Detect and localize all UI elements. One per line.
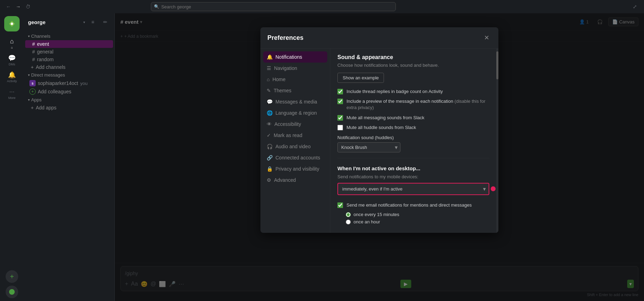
dm-item-sophia[interactable]: s sophiaparker14oct you [24,79,114,87]
pref-label-themes: Themes [274,88,292,93]
radio-15-min[interactable] [346,212,351,217]
channel-item-random[interactable]: # random [25,56,113,63]
notification-sound-select[interactable]: Knock Brush None Ding Boing [337,142,400,152]
preview-label: Include a preview of the message in each… [346,98,489,111]
channel-name-event: event [37,41,49,47]
pref-item-advanced[interactable]: ⚙ Advanced [263,174,327,186]
filter-button[interactable]: ≡ [88,17,98,27]
history-button[interactable]: ⏱ [24,2,32,11]
mobile-select-wrapper: immediately, even if I'm active after 1 … [337,183,489,195]
email-notify-checkbox[interactable] [337,202,343,208]
advanced-icon: ⚙ [267,177,271,183]
mute-messaging-checkbox[interactable] [337,115,343,121]
radio-every-hour: once an hour [346,219,489,224]
pref-item-privacy[interactable]: 🔒 Privacy and visibility [263,163,327,174]
plus-icon: + [31,64,34,70]
back-button[interactable]: ← [4,2,13,11]
pref-label-mark-as-read: Mark as read [274,132,302,138]
radio-every-15: once every 15 minutes [346,212,489,217]
show-example-button[interactable]: Show an example [337,73,384,83]
apps-section-header[interactable]: ▾ Apps [24,96,114,104]
more-icon: ··· [9,88,14,95]
avatar-sophia: s [29,80,36,86]
mute-messaging-label: Mute all messaging sounds from Slack [346,115,425,121]
pref-item-themes[interactable]: ✎ Themes [263,85,327,96]
channels-chevron-icon: ▾ [28,34,30,38]
add-colleagues-button[interactable]: + Add colleagues [24,87,114,96]
add-workspace-button[interactable]: + [6,270,18,283]
status-dot-inner [9,289,15,295]
sidebar-item-activity[interactable]: 🔔 Activity [4,69,20,85]
main-layout: ⌂ ⌂ 💬 DMs 🔔 Activity ··· More + george ▾… [0,13,644,301]
dm-label: Direct messages [31,72,65,78]
hash-icon: # [32,57,35,62]
pref-item-messages-media[interactable]: 💬 Messages & media [263,96,327,107]
pref-item-accessibility[interactable]: 👁 Accessibility [263,119,327,130]
pref-item-home[interactable]: ⌂ Home [263,74,327,85]
fullscreen-button[interactable]: ⤢ [630,2,640,12]
channel-item-event[interactable]: # event [25,40,113,48]
accessibility-icon: 👁 [267,121,272,127]
audio-video-icon: 🎧 [267,144,273,149]
thread-replies-checkbox[interactable] [337,89,343,94]
pref-item-notifications[interactable]: 🔔 Notifications [263,51,327,63]
mark-read-icon: ✓ [267,132,271,138]
modal-close-button[interactable]: ✕ [482,33,491,43]
pref-item-mark-as-read[interactable]: ✓ Mark as read [263,130,327,141]
pref-label-audio-video: Audio and video [275,144,310,149]
plus-circle-icon: + [29,88,36,95]
workspace-chevron-icon: ▾ [83,20,85,24]
mute-huddle-checkbox[interactable] [337,125,343,130]
preferences-sidebar: 🔔 Notifications ☰ Navigation ⌂ Home ✎ [260,49,330,233]
home-pref-icon: ⌂ [267,77,270,82]
status-indicator[interactable] [6,286,18,298]
checkbox-mute-huddle: Mute all huddle sounds from Slack [337,124,489,131]
pref-item-navigation[interactable]: ☰ Navigation [263,63,327,74]
search-input[interactable] [161,4,393,9]
dm-section-header[interactable]: ▾ Direct messages [24,71,114,79]
workspace-icon[interactable] [4,16,20,31]
pref-label-navigation: Navigation [274,65,297,71]
sidebar-item-more[interactable]: ··· More [4,86,20,101]
checkbox-preview: Include a preview of the message in each… [337,98,489,111]
modal-title: Preferences [267,34,303,42]
channels-label: Channels [31,34,50,39]
pref-item-language[interactable]: 🌐 Language & region [263,107,327,119]
channels-section-header[interactable]: ▾ Channels [24,32,114,40]
pref-label-accessibility: Accessibility [274,121,301,127]
pref-label-home: Home [272,77,285,82]
pref-label-messages: Messages & media [275,99,317,105]
add-apps-button[interactable]: + Add apps [24,104,114,112]
nav-arrows: ← → ⏱ [4,2,32,11]
pref-item-audio-video[interactable]: 🎧 Audio and video [263,141,327,152]
modal-overlay[interactable]: Preferences ✕ 🔔 Notifications ☰ Navigati… [115,13,644,301]
preview-checkbox[interactable] [337,99,343,104]
svg-point-0 [11,23,13,25]
mute-huddle-label: Mute all huddle sounds from Slack [346,124,416,131]
modal-header: Preferences ✕ [260,27,498,49]
sidebar-item-dms[interactable]: 💬 DMs [4,52,20,68]
pref-label-advanced: Advanced [274,177,296,183]
channel-item-general[interactable]: # general [25,48,113,56]
pref-item-connected-accounts[interactable]: 🔗 Connected accounts [263,152,327,163]
modal-scroll-thumb [496,51,498,79]
divider-1 [337,158,489,158]
mobile-send-select[interactable]: immediately, even if I'm active after 1 … [337,183,489,195]
checkbox-mute-messaging: Mute all messaging sounds from Slack [337,115,489,121]
add-channels-button[interactable]: + Add channels [24,63,114,71]
compose-button[interactable]: ✏ [100,17,110,27]
forward-button[interactable]: → [14,2,22,11]
icon-bar-bottom: + [6,270,18,298]
search-icon: 🔍 [154,4,159,9]
connected-accounts-icon: 🔗 [267,155,273,160]
modal-scrollbar[interactable] [496,49,498,233]
dm-user-sophia: sophiaparker14oct [38,80,78,86]
sidebar: george ▾ ≡ ✏ ▾ Channels # event # genera… [24,13,115,301]
radio-hour-label: once an hour [354,219,380,224]
radio-hour[interactable] [346,220,351,224]
sound-appearance-title: Sound & appearance [337,54,489,60]
dms-icon: 💬 [8,54,16,62]
sidebar-item-home[interactable]: ⌂ ⌂ [4,36,20,51]
inactive-section-title: When I'm not active on desktop... [337,165,489,171]
add-apps-label: Add apps [36,105,56,110]
